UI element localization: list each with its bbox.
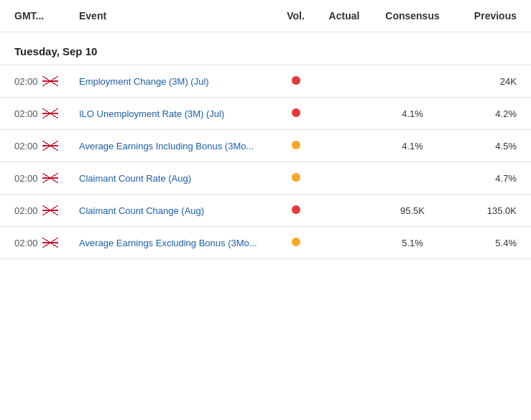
event-previous: 4.2%	[452, 108, 517, 119]
table-row: 02:00 Claimant Count Rate (Aug) 4.7%	[0, 162, 531, 195]
header-event: Event	[79, 10, 276, 22]
events-list: 02:00 Employment Change (3M) (Jul) 24K 0…	[0, 65, 531, 259]
event-volatility	[276, 75, 315, 87]
event-consensus: 4.1%	[373, 108, 452, 119]
header-actual: Actual	[315, 10, 373, 22]
flag-uk-icon	[42, 173, 58, 183]
table-row: 02:00 Average Earnings Excluding Bonus (…	[0, 227, 531, 259]
event-time: 02:00	[14, 76, 79, 87]
header-vol: Vol.	[276, 10, 315, 22]
table-row: 02:00 Employment Change (3M) (Jul) 24K	[0, 65, 531, 98]
table-header: GMT... Event Vol. Actual Consensus Previ…	[0, 0, 531, 32]
event-consensus: 4.1%	[373, 141, 452, 151]
flag-uk-icon	[42, 205, 58, 215]
event-consensus: 95.5K	[373, 205, 452, 216]
event-name[interactable]: Average Earnings Excluding Bonus (3Mo...	[79, 238, 276, 248]
flag-uk-icon	[42, 76, 58, 86]
volatility-dot	[292, 76, 300, 85]
flag-uk-icon	[42, 108, 58, 118]
date-section-header: Tuesday, Sep 10	[0, 32, 531, 65]
economic-calendar-table: GMT... Event Vol. Actual Consensus Previ…	[0, 0, 531, 259]
event-name[interactable]: Claimant Count Change (Aug)	[79, 205, 276, 216]
volatility-dot	[292, 173, 300, 182]
event-volatility	[276, 205, 315, 216]
event-previous: 4.7%	[452, 173, 517, 184]
event-name[interactable]: Average Earnings Including Bonus (3Mo...	[79, 141, 276, 151]
volatility-dot	[292, 141, 300, 149]
header-gmt: GMT...	[14, 10, 79, 22]
volatility-dot	[292, 205, 300, 214]
table-row: 02:00 Claimant Count Change (Aug) 95.5K …	[0, 195, 531, 227]
table-row: 02:00 ILO Unemployment Rate (3M) (Jul) 4…	[0, 98, 531, 130]
flag-uk-icon	[42, 141, 58, 151]
header-consensus: Consensus	[373, 10, 452, 22]
event-volatility	[276, 140, 315, 151]
event-volatility	[276, 108, 315, 119]
event-time: 02:00	[14, 108, 79, 119]
event-volatility	[276, 172, 315, 184]
event-consensus: 5.1%	[373, 238, 452, 248]
flag-uk-icon	[42, 238, 58, 248]
event-previous: 135.0K	[452, 205, 517, 216]
event-previous: 24K	[452, 76, 517, 87]
event-volatility	[276, 237, 315, 248]
event-name[interactable]: Employment Change (3M) (Jul)	[79, 76, 276, 87]
event-name[interactable]: Claimant Count Rate (Aug)	[79, 173, 276, 184]
table-row: 02:00 Average Earnings Including Bonus (…	[0, 130, 531, 162]
event-time: 02:00	[14, 173, 79, 184]
event-time: 02:00	[14, 238, 79, 248]
event-name[interactable]: ILO Unemployment Rate (3M) (Jul)	[79, 108, 276, 119]
event-previous: 5.4%	[452, 238, 517, 248]
date-label: Tuesday, Sep 10	[14, 45, 97, 57]
event-time: 02:00	[14, 205, 79, 216]
header-previous: Previous	[452, 10, 517, 22]
volatility-dot	[292, 238, 300, 246]
volatility-dot	[292, 108, 300, 117]
event-previous: 4.5%	[452, 141, 517, 151]
event-time: 02:00	[14, 141, 79, 151]
